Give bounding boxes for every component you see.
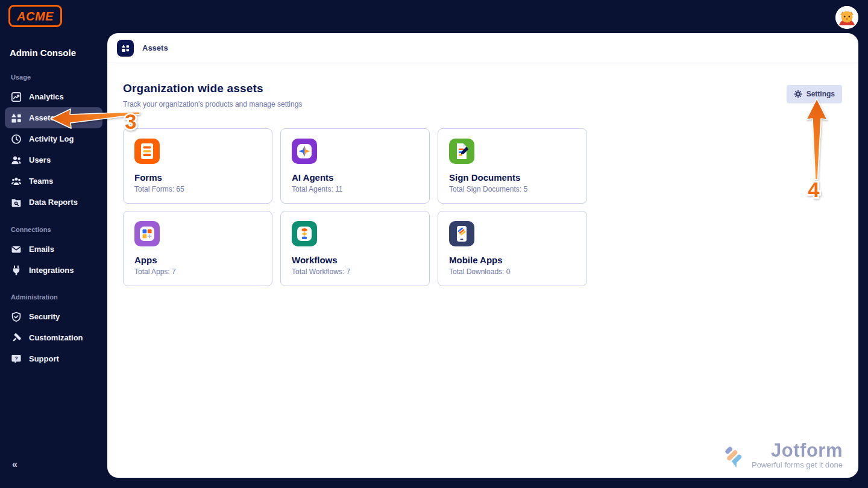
sidebar-item-teams[interactable]: Teams: [0, 170, 107, 192]
sidebar-item-assets[interactable]: Assets: [5, 107, 102, 128]
sidebar-item-label: Assets: [29, 113, 55, 122]
section-label-connections: Connections: [0, 226, 107, 233]
card-title: Workflows: [292, 255, 418, 265]
card-stat: Total Forms: 65: [134, 185, 261, 193]
card-stat: Total Apps: 7: [134, 267, 261, 276]
content-area: Organization wide assets Track your orga…: [107, 63, 858, 286]
card-title: Forms: [134, 172, 261, 183]
sidebar-item-label: Customization: [29, 333, 83, 342]
card-title: AI Agents: [292, 172, 418, 183]
forms-icon: [134, 139, 160, 164]
sidebar-section-connections: Connections Emails Integrations: [0, 226, 107, 281]
card-stat: Total Downloads: 0: [449, 267, 576, 276]
sidebar-item-analytics[interactable]: Analytics: [0, 86, 107, 107]
jotform-tagline: Powerful forms get it done: [752, 460, 843, 469]
apps-icon: [134, 221, 160, 246]
card-title: Mobile Apps: [449, 255, 576, 265]
sidebar-item-label: Integrations: [29, 266, 74, 275]
card-stat: Total Agents: 11: [292, 185, 418, 193]
sidebar-item-label: Activity Log: [29, 134, 74, 143]
data-reports-icon: [11, 197, 22, 208]
acme-logo-text: ACME: [17, 10, 54, 23]
jotform-logo-icon: [719, 441, 747, 469]
page-title: Organization wide assets: [123, 82, 843, 95]
sidebar-section-administration: Administration Security Customization ? …: [0, 293, 107, 369]
mobile-apps-icon: [449, 221, 474, 246]
card-title: Sign Documents: [449, 172, 576, 183]
assets-icon: [11, 113, 22, 124]
sidebar-item-users[interactable]: Users: [0, 149, 107, 170]
sidebar-item-integrations[interactable]: Integrations: [0, 260, 107, 281]
shield-icon: [11, 311, 22, 322]
users-icon: [11, 155, 22, 166]
sidebar: ACME Admin Console Usage Analytics Asset…: [0, 0, 107, 488]
admin-console-title: Admin Console: [10, 48, 76, 58]
help-bubble-icon: ?: [11, 354, 22, 364]
card-title: Apps: [134, 255, 261, 265]
sidebar-item-label: Users: [29, 155, 51, 164]
acme-logo[interactable]: ACME: [8, 5, 62, 27]
sidebar-section-usage: Usage Analytics Assets Activity Log: [0, 74, 107, 213]
sidebar-item-customization[interactable]: Customization: [0, 327, 107, 348]
jotform-brand-text: Jotform: [771, 441, 843, 460]
sidebar-item-data-reports[interactable]: Data Reports: [0, 192, 107, 213]
avatar-character-icon: [835, 6, 858, 29]
activity-log-icon: [11, 134, 22, 145]
card-forms[interactable]: Forms Total Forms: 65: [123, 128, 272, 204]
svg-text:?: ?: [14, 355, 17, 361]
sign-documents-icon: [449, 139, 474, 164]
card-ai-agents[interactable]: AI Agents Total Agents: 11: [280, 128, 430, 204]
emails-icon: [11, 244, 22, 255]
sidebar-item-label: Support: [29, 354, 59, 363]
card-sign-documents[interactable]: Sign Documents Total Sign Documents: 5: [438, 128, 587, 204]
user-avatar[interactable]: [835, 6, 858, 29]
sidebar-item-label: Data Reports: [29, 198, 78, 207]
panel-header: Assets: [107, 33, 858, 63]
card-apps[interactable]: Apps Total Apps: 7: [123, 211, 272, 286]
sidebar-item-support[interactable]: ? Support: [0, 348, 107, 369]
section-label-usage: Usage: [0, 74, 107, 81]
card-mobile-apps[interactable]: Mobile Apps Total Downloads: 0: [438, 211, 587, 286]
card-stat: Total Workflows: 7: [292, 267, 418, 276]
asset-cards-grid: Forms Total Forms: 65 AI Agents Total Ag…: [123, 128, 843, 286]
sidebar-item-security[interactable]: Security: [0, 306, 107, 327]
assets-header-icon: [117, 40, 134, 57]
sidebar-item-label: Analytics: [29, 92, 64, 101]
sidebar-item-emails[interactable]: Emails: [0, 239, 107, 260]
paint-roller-icon: [11, 333, 22, 343]
teams-icon: [11, 176, 22, 187]
main-panel: Assets Settings Organization w: [107, 33, 858, 478]
analytics-icon: [11, 92, 22, 102]
sidebar-item-label: Security: [29, 312, 60, 321]
ai-agents-icon: [292, 139, 317, 164]
sidebar-item-label: Emails: [29, 245, 54, 254]
page-subtitle: Track your organization's products and m…: [123, 100, 843, 108]
card-stat: Total Sign Documents: 5: [449, 185, 576, 193]
integrations-icon: [11, 265, 22, 276]
jotform-watermark: Jotform Powerful forms get it done: [719, 441, 843, 469]
workflows-icon: [292, 221, 317, 246]
sidebar-item-activity-log[interactable]: Activity Log: [0, 128, 107, 149]
breadcrumb: Assets: [142, 43, 168, 52]
section-label-administration: Administration: [0, 293, 107, 301]
card-workflows[interactable]: Workflows Total Workflows: 7: [280, 211, 430, 286]
sidebar-collapse-button[interactable]: «: [12, 459, 17, 470]
sidebar-item-label: Teams: [29, 177, 53, 186]
